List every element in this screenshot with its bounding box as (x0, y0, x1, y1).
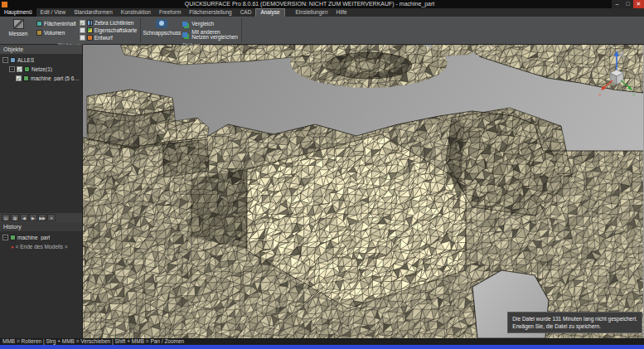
visibility-checkbox[interactable]: ✓ (17, 66, 22, 72)
entwurf-checkbox[interactable]: ✓ (80, 35, 85, 41)
vergleich-button[interactable]: Vergleich (182, 19, 238, 28)
history-item-label: < Ende des Modells > (16, 244, 68, 250)
messen-button[interactable]: Messen (3, 17, 33, 36)
application-window: QUICKSURFACE Pro 8.0.61 (DEMOVERSION: NI… (0, 0, 644, 349)
messen-label: Messen (9, 31, 28, 36)
notification-line-2: Erwägen Sie, die Datei zu speichern. (512, 322, 637, 330)
tree-item-machine-part[interactable]: ✓ machine_part (5 651 304) (0, 74, 82, 83)
tab-standardformen[interactable]: Standardformen (70, 8, 117, 17)
axis-label-z: Z (620, 51, 624, 57)
tab-konstruktion[interactable]: Konstruktion (117, 8, 155, 17)
mesh-icon (10, 235, 16, 240)
area-volume-stack: Flächeninhalt Volumen (36, 17, 76, 37)
zebra-lichtlinien-checkbox-row[interactable]: ✓ Zebra Lichtlinien (80, 19, 138, 27)
flaecheninhalt-label: Flächeninhalt (44, 21, 76, 27)
history-toolbar: ▤ ▦ ◀ ▶ ▶▶ ✕ (0, 213, 82, 222)
expander-icon[interactable]: − (2, 235, 8, 240)
tab-freeform[interactable]: Freeform (155, 8, 185, 17)
tab-edit-view[interactable]: Edit / View (36, 8, 70, 17)
vergleich-label: Vergleich (191, 21, 214, 27)
history-item-machine-part[interactable]: − machine_part (0, 233, 82, 242)
ribbon-separator (241, 18, 242, 42)
compare-stack: Vergleich Mit anderen Netzen vergleichen (182, 17, 238, 41)
objects-panel-header: Objekte (0, 45, 82, 54)
expander-icon[interactable]: − (9, 66, 15, 72)
window-controls: – □ ✕ (612, 0, 644, 8)
entwurf-label: Entwurf (94, 35, 113, 41)
history-step-forward-button[interactable]: ▶ (29, 214, 37, 221)
mesh-icon (23, 75, 29, 81)
volumen-button[interactable]: Volumen (36, 28, 76, 37)
history-tree: − machine_part ● < Ende des Modells > (0, 231, 82, 338)
history-step-back-button[interactable]: ◀ (20, 214, 28, 221)
tree-item-label: machine_part (5 651 304) (31, 75, 82, 81)
mit-anderen-netzen-button[interactable]: Mit anderen Netzen vergleichen (182, 28, 238, 41)
title-bar: QUICKSURFACE Pro 8.0.61 (DEMOVERSION: NI… (0, 0, 644, 8)
ribbon-tab-bar: Hauptmenü Edit / View Standardformen Kon… (0, 8, 644, 17)
end-marker-icon: ● (11, 245, 14, 250)
eigenschaftskarte-label: Eigenschaftskarte (94, 27, 138, 33)
history-panel-header: History (0, 222, 82, 231)
tab-hilfe[interactable]: Hilfe (332, 8, 351, 17)
tree-item-alles[interactable]: − ALLES (0, 56, 82, 65)
main-area: Objekte − ALLES − ✓ Netze(1) ✓ machine_p… (0, 45, 644, 338)
history-delete-button[interactable]: ✕ (47, 214, 56, 221)
schnappschuss-button[interactable]: Schnappschuss (144, 17, 179, 36)
unsaved-notification: Die Datei wurde 131 Minuten lang nicht g… (507, 312, 642, 333)
draft-icon (87, 35, 93, 41)
tab-cad[interactable]: CAD (236, 8, 256, 17)
tab-hauptmenu[interactable]: Hauptmenü (0, 8, 36, 17)
tree-item-netze[interactable]: − ✓ Netze(1) (0, 65, 82, 74)
eigenschaftskarte-checkbox[interactable]: ✓ (80, 27, 85, 33)
display-checkbox-stack: ✓ Zebra Lichtlinien ✓ Eigenschaftskarte … (80, 17, 138, 41)
tab-flaechenerstellung[interactable]: Flächenerstellung (185, 8, 235, 17)
flaecheninhalt-button[interactable]: Flächeninhalt (36, 19, 76, 28)
measure-icon (13, 19, 24, 29)
zebra-stripes-icon (87, 20, 93, 26)
history-item-label: machine_part (17, 235, 50, 240)
tab-einstellungen[interactable]: Einstellungen (292, 8, 332, 17)
tree-item-label: Netze(1) (31, 66, 52, 72)
minimize-button[interactable]: – (612, 0, 622, 8)
mesh-group-icon (24, 66, 30, 72)
history-grid-button[interactable]: ▦ (11, 214, 19, 221)
3d-viewport[interactable]: Z x y Die Datei wurde 131 Minuten lang n… (83, 45, 644, 338)
ribbon-group-werkzeuge: Messen Flächeninhalt Volumen ✓ (0, 17, 140, 44)
visibility-checkbox[interactable]: ✓ (16, 75, 22, 81)
taskbar-strip (0, 345, 644, 349)
left-panel-column: Objekte − ALLES − ✓ Netze(1) ✓ machine_p… (0, 45, 83, 338)
history-to-end-button[interactable]: ▶▶ (38, 214, 46, 221)
eigenschaftskarte-checkbox-row[interactable]: ✓ Eigenschaftskarte (80, 27, 138, 34)
mit-anderen-label: Mit anderen Netzen vergleichen (191, 30, 238, 41)
window-title: QUICKSURFACE Pro 8.0.61 (DEMOVERSION: NI… (7, 0, 612, 8)
history-list-button[interactable]: ▤ (2, 214, 10, 221)
property-map-icon (87, 27, 93, 33)
volumen-label: Volumen (44, 30, 65, 36)
maximize-button[interactable]: □ (622, 0, 633, 8)
mouse-hints-text: MMB = Rotieren | Strg + MMB = Verschiebe… (2, 338, 184, 344)
camera-icon (156, 19, 167, 28)
schnappschuss-label: Schnappschuss (143, 30, 181, 36)
axis-label-x: x (598, 92, 601, 96)
zebra-label: Zebra Lichtlinien (94, 20, 134, 26)
expander-icon[interactable]: − (2, 57, 8, 63)
orientation-axes-widget[interactable]: Z x y (598, 48, 636, 96)
app-logo-icon (2, 2, 7, 7)
objects-tree: − ALLES − ✓ Netze(1) ✓ machine_part (5 6… (0, 54, 82, 213)
compare-meshes-icon (182, 32, 187, 37)
notification-line-1: Die Datei wurde 131 Minuten lang nicht g… (512, 315, 637, 322)
ribbon-group-pruefung: Schnappschuss Vergleich Mit anderen Netz… (141, 17, 241, 44)
axis-label-y: y (632, 92, 635, 96)
zebra-checkbox[interactable]: ✓ (80, 20, 85, 26)
mesh-render-canvas[interactable] (83, 45, 643, 338)
close-button[interactable]: ✕ (633, 0, 644, 8)
tab-analyse[interactable]: Analyse (255, 8, 284, 17)
volume-icon (36, 30, 42, 36)
compare-icon (182, 22, 187, 27)
entwurf-checkbox-row[interactable]: ✓ Entwurf (80, 34, 138, 41)
surface-area-icon (36, 21, 42, 27)
ribbon-toolbar: Messen Flächeninhalt Volumen ✓ (0, 17, 644, 45)
scene-icon (10, 57, 16, 63)
tree-item-label: ALLES (17, 57, 34, 63)
history-item-end-of-model[interactable]: ● < Ende des Modells > (0, 242, 82, 251)
